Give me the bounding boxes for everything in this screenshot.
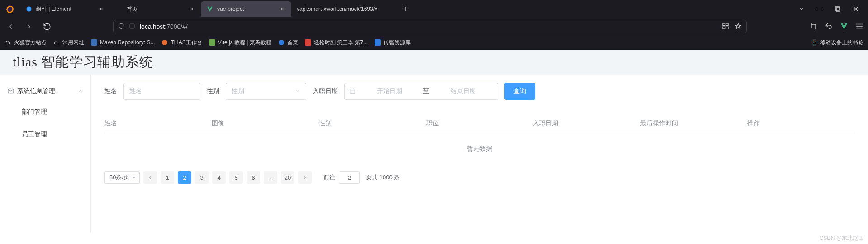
- page-6[interactable]: 6: [247, 171, 260, 184]
- vue-icon: [206, 5, 213, 13]
- tab-element[interactable]: 组件 | Element ×: [20, 1, 110, 17]
- mobile-bookmarks[interactable]: 📱移动设备上的书签: [811, 39, 863, 47]
- th-hiredate: 入职日期: [533, 119, 640, 127]
- bookmark-star-icon[interactable]: [735, 23, 742, 31]
- forward-button[interactable]: [23, 20, 35, 33]
- tab-bar: 组件 | Element × 首页 × vue-project × yapi.s…: [20, 0, 797, 18]
- folder-icon: 🗀: [5, 39, 12, 46]
- svg-point-9: [162, 40, 167, 45]
- name-label: 姓名: [104, 87, 117, 95]
- table-empty: 暂无数据: [104, 133, 854, 165]
- maximize-icon[interactable]: [834, 5, 842, 13]
- close-icon[interactable]: ×: [98, 5, 105, 13]
- emp-table: 姓名 图像 性别 职位 入职日期 最后操作时间 操作 暂无数据: [104, 113, 854, 165]
- range-separator: 至: [423, 87, 429, 95]
- home-icon: [278, 39, 285, 46]
- th-gender: 性别: [319, 119, 426, 127]
- qr-icon[interactable]: [722, 23, 729, 31]
- url-bar[interactable]: localhost:7000/#/: [113, 20, 747, 33]
- svg-rect-12: [305, 39, 311, 46]
- svg-rect-8: [91, 39, 97, 46]
- tab-title: 组件 | Element: [36, 5, 94, 13]
- th-image: 图像: [212, 119, 319, 127]
- prev-page-button[interactable]: [143, 171, 157, 184]
- page-3[interactable]: 3: [195, 171, 209, 184]
- svg-rect-5: [723, 23, 725, 26]
- sidebar: 系统信息管理 部门管理 员工管理: [0, 75, 90, 233]
- vue-devtools-icon[interactable]: [840, 22, 848, 32]
- page-20[interactable]: 20: [281, 171, 294, 184]
- page-ellipsis[interactable]: ···: [264, 171, 277, 184]
- bookmark-item[interactable]: 首页: [278, 39, 298, 47]
- folder-icon: 🗀: [53, 39, 60, 46]
- new-tab-button[interactable]: +: [399, 3, 412, 15]
- bookmark-item[interactable]: Vue.js 教程 | 菜鸟教程: [209, 39, 271, 47]
- info-icon: [129, 23, 136, 30]
- bookmark-item[interactable]: 传智资源库: [374, 39, 411, 47]
- chevron-down-icon[interactable]: [797, 5, 806, 13]
- th-lastop: 最后操作时间: [640, 119, 747, 127]
- bookmark-item[interactable]: Maven Repository: S...: [90, 39, 155, 46]
- tlias-icon: [161, 39, 168, 46]
- close-icon[interactable]: ×: [279, 5, 286, 13]
- th-job: 职位: [426, 119, 533, 127]
- bookmark-item[interactable]: 🗀火狐官方站点: [5, 39, 47, 47]
- next-page-button[interactable]: [298, 171, 312, 184]
- search-button[interactable]: 查询: [504, 83, 535, 100]
- pagination: 50条/页 1 2 3 4 5 6 ··· 20 前往 页共 1000 条: [104, 171, 854, 184]
- runoob-icon: [209, 39, 216, 46]
- tab-title: 首页: [127, 5, 185, 13]
- undo-icon[interactable]: [825, 22, 833, 32]
- shield-icon: [118, 23, 125, 30]
- name-input[interactable]: 姓名: [123, 83, 200, 100]
- svg-point-11: [279, 40, 284, 45]
- svg-rect-3: [836, 8, 840, 11]
- page-4[interactable]: 4: [212, 171, 226, 184]
- chevron-up-icon: [78, 88, 83, 95]
- bookmark-item[interactable]: 轻松时刻 第三季 第7...: [304, 39, 368, 47]
- chevron-down-icon: [295, 88, 300, 95]
- minimize-icon[interactable]: [816, 5, 824, 13]
- crop-icon[interactable]: [810, 23, 817, 31]
- close-window-icon[interactable]: [852, 5, 860, 13]
- page-1[interactable]: 1: [161, 171, 174, 184]
- window-controls: [797, 5, 864, 13]
- svg-rect-10: [209, 39, 215, 46]
- tab-yapi[interactable]: yapi.smart-xwork.cn/mock/1693/×: [291, 1, 395, 17]
- goto-label: 前往: [323, 174, 335, 182]
- back-button[interactable]: [5, 20, 17, 33]
- svg-rect-1: [817, 9, 822, 9]
- tab-title: vue-project: [217, 6, 275, 12]
- page-2[interactable]: 2: [178, 171, 191, 184]
- th-action: 操作: [747, 119, 854, 127]
- sidebar-group-label: 系统信息管理: [17, 87, 55, 95]
- tab-home[interactable]: 首页 ×: [110, 1, 201, 17]
- th-name: 姓名: [104, 119, 212, 127]
- sidebar-item-emp[interactable]: 员工管理: [0, 123, 90, 146]
- total-text: 页共 1000 条: [366, 174, 400, 182]
- tab-vue-project[interactable]: vue-project ×: [201, 1, 291, 17]
- bookmarks-bar: 🗀火狐官方站点 🗀常用网址 Maven Repository: S... TLI…: [0, 35, 868, 50]
- close-icon[interactable]: ×: [188, 5, 195, 13]
- sidebar-item-dept[interactable]: 部门管理: [0, 101, 90, 123]
- mobile-icon: 📱: [811, 39, 818, 46]
- gender-label: 性别: [207, 87, 219, 95]
- gender-select[interactable]: 性别: [226, 83, 306, 100]
- video-icon: [304, 39, 312, 46]
- hamburger-menu-icon[interactable]: [855, 22, 863, 32]
- search-form: 姓名 姓名 性别 性别 入职日期 开始日期 至 结束日期 查询: [104, 83, 854, 100]
- resource-icon: [374, 39, 381, 46]
- goto-input[interactable]: [339, 171, 360, 184]
- page-5[interactable]: 5: [229, 171, 243, 184]
- tab-title: yapi.smart-xwork.cn/mock/1693/×: [297, 6, 390, 12]
- reload-button[interactable]: [41, 20, 53, 33]
- hiredate-range[interactable]: 开始日期 至 结束日期: [344, 83, 498, 100]
- url-text: localhost:7000/#/: [140, 23, 188, 30]
- bookmark-item[interactable]: TLIAS工作台: [161, 39, 202, 47]
- page-size-select[interactable]: 50条/页: [104, 171, 140, 184]
- bookmark-item[interactable]: 🗀常用网址: [53, 39, 84, 47]
- svg-rect-6: [726, 23, 728, 26]
- sidebar-group-system[interactable]: 系统信息管理: [0, 82, 90, 101]
- end-date-placeholder: 结束日期: [433, 87, 493, 95]
- svg-rect-15: [350, 89, 355, 93]
